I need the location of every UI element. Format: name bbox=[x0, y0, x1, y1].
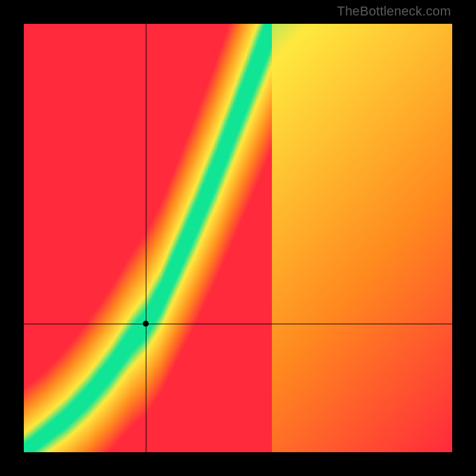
selected-point bbox=[143, 321, 149, 327]
watermark-label: TheBottleneck.com bbox=[337, 4, 451, 19]
heatmap-canvas bbox=[24, 24, 452, 452]
crosshair-horizontal bbox=[24, 324, 452, 324]
crosshair-vertical bbox=[146, 24, 146, 452]
heatmap-plot bbox=[24, 24, 452, 452]
chart-frame: TheBottleneck.com bbox=[0, 0, 476, 476]
